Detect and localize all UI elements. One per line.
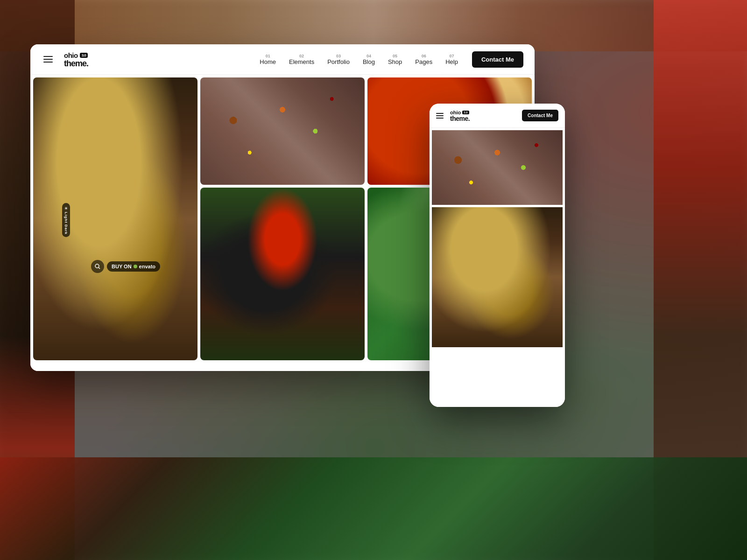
gallery-item-food-top[interactable] bbox=[200, 77, 365, 185]
mobile-gallery-woman-fern[interactable] bbox=[432, 207, 563, 347]
mobile-logo-version: 3.0 bbox=[462, 111, 469, 114]
mobile-logo-ohio-text: ohio bbox=[450, 110, 461, 115]
buy-platform: envato bbox=[139, 264, 155, 269]
desktop-logo[interactable]: ohio 3.0 theme. bbox=[64, 51, 88, 68]
nav-item-elements[interactable]: 02 Elements bbox=[284, 52, 319, 67]
mobile-food-image bbox=[432, 130, 563, 205]
desktop-contact-button[interactable]: Contact Me bbox=[472, 51, 523, 68]
gallery-item-woman-sitting[interactable] bbox=[200, 188, 365, 360]
desktop-navbar: ohio 3.0 theme. 01 Home 02 Elements 03 P… bbox=[30, 44, 535, 75]
nav-item-help[interactable]: 07 Help bbox=[441, 52, 463, 67]
buy-prefix: BUY ON bbox=[112, 264, 132, 269]
nav-label-portfolio: Portfolio bbox=[327, 58, 350, 65]
nav-item-portfolio[interactable]: 03 Portfolio bbox=[323, 52, 354, 67]
nav-menu: 01 Home 02 Elements 03 Portfolio 04 Blog… bbox=[255, 52, 463, 67]
bg-top bbox=[0, 0, 747, 51]
nav-number-portfolio: 03 bbox=[336, 54, 341, 58]
mobile-woman-fern-image bbox=[432, 207, 563, 347]
nav-number-elements: 02 bbox=[299, 54, 304, 58]
theme-toggle[interactable]: ☀ Light Dark bbox=[62, 203, 70, 237]
bg-bottom bbox=[0, 457, 747, 560]
dark-label: Dark bbox=[64, 224, 68, 235]
logo-theme-text: theme. bbox=[64, 59, 88, 68]
woman-sitting-image bbox=[200, 188, 365, 360]
sun-icon: ☀ bbox=[64, 206, 68, 211]
nav-label-blog: Blog bbox=[363, 58, 375, 65]
mobile-gallery-food[interactable] bbox=[432, 130, 563, 205]
hamburger-icon[interactable] bbox=[42, 54, 55, 64]
mobile-logo[interactable]: ohio 3.0 theme. bbox=[450, 110, 517, 122]
svg-point-0 bbox=[95, 264, 99, 268]
nav-item-blog[interactable]: 04 Blog bbox=[358, 52, 380, 67]
buy-badge[interactable]: BUY ON envato bbox=[91, 260, 160, 273]
envato-dot-icon bbox=[134, 265, 137, 268]
nav-number-help: 07 bbox=[450, 54, 454, 58]
nav-label-home: Home bbox=[260, 58, 276, 65]
nav-item-home[interactable]: 01 Home bbox=[255, 52, 281, 67]
nav-label-help: Help bbox=[445, 58, 458, 65]
logo-ohio-row: ohio 3.0 bbox=[64, 51, 88, 59]
mobile-browser-mockup: ohio 3.0 theme. Contact Me bbox=[430, 104, 565, 407]
nav-label-shop: Shop bbox=[388, 58, 402, 65]
logo-ohio-text: ohio bbox=[64, 51, 78, 59]
mobile-navbar: ohio 3.0 theme. Contact Me bbox=[430, 104, 565, 128]
nav-label-elements: Elements bbox=[289, 58, 314, 65]
light-label: Light bbox=[64, 212, 68, 224]
nav-number-pages: 06 bbox=[422, 54, 426, 58]
mobile-logo-ohio-row: ohio 3.0 bbox=[450, 110, 517, 115]
nav-item-shop[interactable]: 05 Shop bbox=[383, 52, 407, 67]
nav-label-pages: Pages bbox=[415, 58, 432, 65]
buy-on-envato-badge[interactable]: BUY ON envato bbox=[107, 261, 160, 272]
food-platter-image bbox=[200, 77, 365, 185]
nav-item-pages[interactable]: 06 Pages bbox=[410, 52, 437, 67]
mobile-logo-theme-text: theme. bbox=[450, 115, 517, 122]
nav-number-blog: 04 bbox=[366, 54, 371, 58]
logo-version-badge: 3.0 bbox=[80, 53, 88, 58]
mobile-gallery bbox=[430, 128, 565, 407]
mobile-contact-button[interactable]: Contact Me bbox=[522, 110, 558, 121]
woman-fern-image bbox=[33, 77, 197, 360]
search-icon[interactable] bbox=[91, 260, 104, 273]
mobile-hamburger-icon[interactable] bbox=[436, 113, 444, 119]
nav-number-home: 01 bbox=[266, 54, 270, 58]
gallery-item-woman-fern[interactable] bbox=[33, 77, 197, 360]
svg-line-1 bbox=[99, 267, 100, 269]
nav-number-shop: 05 bbox=[393, 54, 397, 58]
